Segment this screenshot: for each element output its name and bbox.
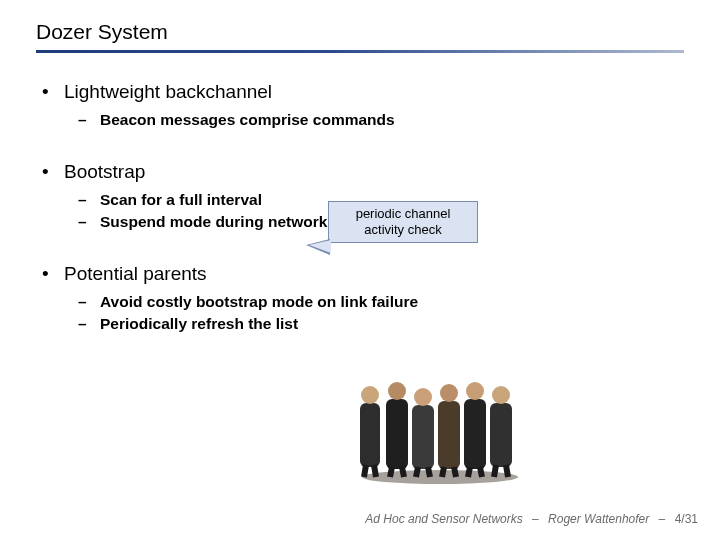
svg-line-14 <box>374 465 376 477</box>
svg-line-18 <box>428 467 430 477</box>
svg-point-12 <box>492 386 510 404</box>
callout: periodic channel activity check <box>328 201 478 243</box>
subbullet-3-1-label: Avoid costly bootstrap mode on link fail… <box>100 293 418 311</box>
footer-sep: – <box>532 512 539 526</box>
bullet-dot-icon: • <box>42 161 64 183</box>
dash-icon: – <box>78 213 100 231</box>
svg-point-2 <box>361 386 379 404</box>
callout-box: periodic channel activity check <box>328 201 478 243</box>
svg-rect-11 <box>490 403 512 467</box>
title-underline <box>36 50 684 53</box>
svg-line-15 <box>390 467 392 477</box>
people-image <box>340 365 540 485</box>
svg-line-21 <box>468 467 470 477</box>
footer-page: 4/31 <box>675 512 698 526</box>
subbullet-1-1-label: Beacon messages comprise commands <box>100 111 395 129</box>
svg-rect-9 <box>464 399 486 469</box>
svg-line-17 <box>416 467 418 477</box>
slide: Dozer System • Lightweight backchannel –… <box>0 0 720 540</box>
footer-sep: – <box>659 512 666 526</box>
svg-point-10 <box>466 382 484 400</box>
dash-icon: – <box>78 111 100 129</box>
dash-icon: – <box>78 191 100 209</box>
svg-line-23 <box>494 465 496 477</box>
bullet-3: • Potential parents <box>42 263 684 285</box>
bullet-3-label: Potential parents <box>64 263 207 285</box>
dash-icon: – <box>78 293 100 311</box>
bullet-dot-icon: • <box>42 81 64 103</box>
subbullet-3-1: – Avoid costly bootstrap mode on link fa… <box>78 293 684 311</box>
slide-title: Dozer System <box>36 20 684 44</box>
svg-rect-1 <box>360 403 380 467</box>
svg-point-6 <box>414 388 432 406</box>
subbullet-1-1: – Beacon messages comprise commands <box>78 111 684 129</box>
subbullet-2-1-label: Scan for a full interval <box>100 191 262 209</box>
dash-icon: – <box>78 315 100 333</box>
svg-point-8 <box>440 384 458 402</box>
svg-line-20 <box>454 467 456 477</box>
footer-course: Ad Hoc and Sensor Networks <box>365 512 522 526</box>
svg-point-4 <box>388 382 406 400</box>
svg-line-19 <box>442 467 444 477</box>
footer: Ad Hoc and Sensor Networks – Roger Watte… <box>365 512 698 526</box>
callout-line2: activity check <box>335 222 471 238</box>
svg-line-22 <box>480 467 482 477</box>
svg-rect-5 <box>412 405 434 469</box>
bullet-2: • Bootstrap <box>42 161 684 183</box>
bullet-dot-icon: • <box>42 263 64 285</box>
svg-line-16 <box>402 467 404 477</box>
footer-author: Roger Wattenhofer <box>548 512 649 526</box>
bullet-1-label: Lightweight backchannel <box>64 81 272 103</box>
bullet-1: • Lightweight backchannel <box>42 81 684 103</box>
svg-line-24 <box>506 465 508 477</box>
svg-rect-7 <box>438 401 460 469</box>
subbullet-3-2: – Periodically refresh the list <box>78 315 684 333</box>
callout-line1: periodic channel <box>335 206 471 222</box>
bullet-2-label: Bootstrap <box>64 161 145 183</box>
svg-line-13 <box>364 465 366 477</box>
subbullet-3-2-label: Periodically refresh the list <box>100 315 298 333</box>
svg-rect-3 <box>386 399 408 469</box>
